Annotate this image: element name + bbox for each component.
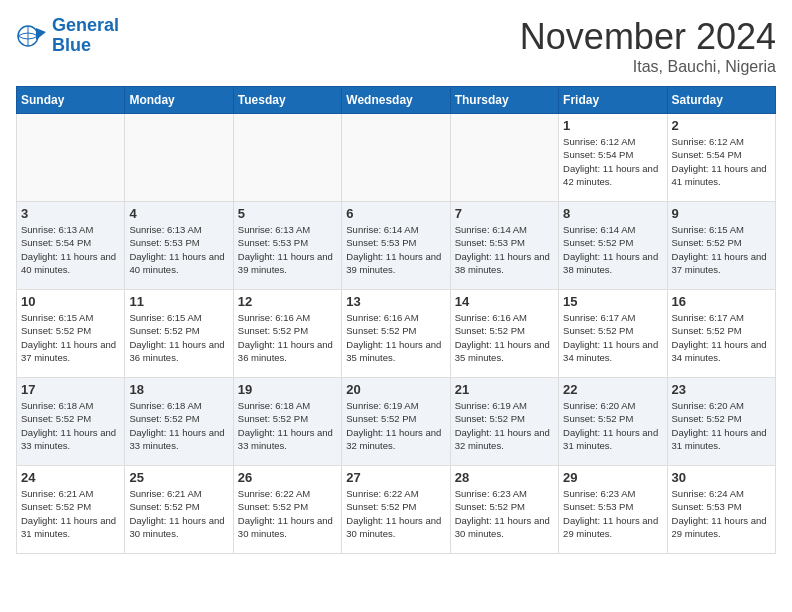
calendar-cell: 21Sunrise: 6:19 AM Sunset: 5:52 PM Dayli… bbox=[450, 378, 558, 466]
week-row-1: 1Sunrise: 6:12 AM Sunset: 5:54 PM Daylig… bbox=[17, 114, 776, 202]
day-info: Sunrise: 6:20 AM Sunset: 5:52 PM Dayligh… bbox=[563, 399, 662, 452]
calendar-cell: 27Sunrise: 6:22 AM Sunset: 5:52 PM Dayli… bbox=[342, 466, 450, 554]
day-number: 1 bbox=[563, 118, 662, 133]
calendar-cell: 1Sunrise: 6:12 AM Sunset: 5:54 PM Daylig… bbox=[559, 114, 667, 202]
day-info: Sunrise: 6:21 AM Sunset: 5:52 PM Dayligh… bbox=[21, 487, 120, 540]
calendar-cell: 10Sunrise: 6:15 AM Sunset: 5:52 PM Dayli… bbox=[17, 290, 125, 378]
day-number: 3 bbox=[21, 206, 120, 221]
location: Itas, Bauchi, Nigeria bbox=[520, 58, 776, 76]
calendar-cell: 13Sunrise: 6:16 AM Sunset: 5:52 PM Dayli… bbox=[342, 290, 450, 378]
calendar-cell: 12Sunrise: 6:16 AM Sunset: 5:52 PM Dayli… bbox=[233, 290, 341, 378]
day-number: 9 bbox=[672, 206, 771, 221]
day-info: Sunrise: 6:13 AM Sunset: 5:54 PM Dayligh… bbox=[21, 223, 120, 276]
day-number: 13 bbox=[346, 294, 445, 309]
day-info: Sunrise: 6:17 AM Sunset: 5:52 PM Dayligh… bbox=[672, 311, 771, 364]
calendar-cell: 30Sunrise: 6:24 AM Sunset: 5:53 PM Dayli… bbox=[667, 466, 775, 554]
day-number: 19 bbox=[238, 382, 337, 397]
day-number: 29 bbox=[563, 470, 662, 485]
day-number: 22 bbox=[563, 382, 662, 397]
calendar: SundayMondayTuesdayWednesdayThursdayFrid… bbox=[16, 86, 776, 554]
calendar-cell: 16Sunrise: 6:17 AM Sunset: 5:52 PM Dayli… bbox=[667, 290, 775, 378]
page-header: General Blue November 2024 Itas, Bauchi,… bbox=[16, 16, 776, 76]
day-info: Sunrise: 6:22 AM Sunset: 5:52 PM Dayligh… bbox=[238, 487, 337, 540]
week-row-2: 3Sunrise: 6:13 AM Sunset: 5:54 PM Daylig… bbox=[17, 202, 776, 290]
day-info: Sunrise: 6:21 AM Sunset: 5:52 PM Dayligh… bbox=[129, 487, 228, 540]
header-saturday: Saturday bbox=[667, 87, 775, 114]
day-info: Sunrise: 6:14 AM Sunset: 5:53 PM Dayligh… bbox=[455, 223, 554, 276]
day-number: 30 bbox=[672, 470, 771, 485]
calendar-cell: 14Sunrise: 6:16 AM Sunset: 5:52 PM Dayli… bbox=[450, 290, 558, 378]
day-number: 21 bbox=[455, 382, 554, 397]
day-info: Sunrise: 6:16 AM Sunset: 5:52 PM Dayligh… bbox=[455, 311, 554, 364]
calendar-cell: 20Sunrise: 6:19 AM Sunset: 5:52 PM Dayli… bbox=[342, 378, 450, 466]
calendar-cell bbox=[233, 114, 341, 202]
title-block: November 2024 Itas, Bauchi, Nigeria bbox=[520, 16, 776, 76]
day-number: 11 bbox=[129, 294, 228, 309]
day-number: 2 bbox=[672, 118, 771, 133]
day-number: 18 bbox=[129, 382, 228, 397]
day-number: 4 bbox=[129, 206, 228, 221]
calendar-cell: 26Sunrise: 6:22 AM Sunset: 5:52 PM Dayli… bbox=[233, 466, 341, 554]
logo-icon bbox=[16, 22, 48, 50]
day-number: 15 bbox=[563, 294, 662, 309]
day-info: Sunrise: 6:18 AM Sunset: 5:52 PM Dayligh… bbox=[21, 399, 120, 452]
calendar-cell: 4Sunrise: 6:13 AM Sunset: 5:53 PM Daylig… bbox=[125, 202, 233, 290]
day-info: Sunrise: 6:22 AM Sunset: 5:52 PM Dayligh… bbox=[346, 487, 445, 540]
day-info: Sunrise: 6:18 AM Sunset: 5:52 PM Dayligh… bbox=[238, 399, 337, 452]
calendar-cell: 22Sunrise: 6:20 AM Sunset: 5:52 PM Dayli… bbox=[559, 378, 667, 466]
calendar-cell: 28Sunrise: 6:23 AM Sunset: 5:52 PM Dayli… bbox=[450, 466, 558, 554]
day-number: 6 bbox=[346, 206, 445, 221]
day-number: 20 bbox=[346, 382, 445, 397]
week-row-4: 17Sunrise: 6:18 AM Sunset: 5:52 PM Dayli… bbox=[17, 378, 776, 466]
day-number: 27 bbox=[346, 470, 445, 485]
calendar-cell: 18Sunrise: 6:18 AM Sunset: 5:52 PM Dayli… bbox=[125, 378, 233, 466]
day-info: Sunrise: 6:23 AM Sunset: 5:53 PM Dayligh… bbox=[563, 487, 662, 540]
week-row-5: 24Sunrise: 6:21 AM Sunset: 5:52 PM Dayli… bbox=[17, 466, 776, 554]
header-wednesday: Wednesday bbox=[342, 87, 450, 114]
header-thursday: Thursday bbox=[450, 87, 558, 114]
day-info: Sunrise: 6:14 AM Sunset: 5:53 PM Dayligh… bbox=[346, 223, 445, 276]
calendar-cell: 11Sunrise: 6:15 AM Sunset: 5:52 PM Dayli… bbox=[125, 290, 233, 378]
calendar-cell: 29Sunrise: 6:23 AM Sunset: 5:53 PM Dayli… bbox=[559, 466, 667, 554]
day-info: Sunrise: 6:13 AM Sunset: 5:53 PM Dayligh… bbox=[129, 223, 228, 276]
day-number: 28 bbox=[455, 470, 554, 485]
day-info: Sunrise: 6:13 AM Sunset: 5:53 PM Dayligh… bbox=[238, 223, 337, 276]
day-number: 14 bbox=[455, 294, 554, 309]
day-number: 8 bbox=[563, 206, 662, 221]
day-info: Sunrise: 6:18 AM Sunset: 5:52 PM Dayligh… bbox=[129, 399, 228, 452]
calendar-cell: 8Sunrise: 6:14 AM Sunset: 5:52 PM Daylig… bbox=[559, 202, 667, 290]
calendar-cell: 7Sunrise: 6:14 AM Sunset: 5:53 PM Daylig… bbox=[450, 202, 558, 290]
calendar-header-row: SundayMondayTuesdayWednesdayThursdayFrid… bbox=[17, 87, 776, 114]
day-number: 25 bbox=[129, 470, 228, 485]
day-number: 16 bbox=[672, 294, 771, 309]
day-info: Sunrise: 6:15 AM Sunset: 5:52 PM Dayligh… bbox=[129, 311, 228, 364]
week-row-3: 10Sunrise: 6:15 AM Sunset: 5:52 PM Dayli… bbox=[17, 290, 776, 378]
calendar-cell: 25Sunrise: 6:21 AM Sunset: 5:52 PM Dayli… bbox=[125, 466, 233, 554]
header-friday: Friday bbox=[559, 87, 667, 114]
day-info: Sunrise: 6:23 AM Sunset: 5:52 PM Dayligh… bbox=[455, 487, 554, 540]
calendar-cell: 24Sunrise: 6:21 AM Sunset: 5:52 PM Dayli… bbox=[17, 466, 125, 554]
calendar-cell: 9Sunrise: 6:15 AM Sunset: 5:52 PM Daylig… bbox=[667, 202, 775, 290]
day-number: 24 bbox=[21, 470, 120, 485]
day-info: Sunrise: 6:15 AM Sunset: 5:52 PM Dayligh… bbox=[672, 223, 771, 276]
calendar-cell: 5Sunrise: 6:13 AM Sunset: 5:53 PM Daylig… bbox=[233, 202, 341, 290]
calendar-cell bbox=[450, 114, 558, 202]
day-info: Sunrise: 6:17 AM Sunset: 5:52 PM Dayligh… bbox=[563, 311, 662, 364]
day-info: Sunrise: 6:16 AM Sunset: 5:52 PM Dayligh… bbox=[346, 311, 445, 364]
day-info: Sunrise: 6:14 AM Sunset: 5:52 PM Dayligh… bbox=[563, 223, 662, 276]
calendar-cell bbox=[17, 114, 125, 202]
calendar-cell: 2Sunrise: 6:12 AM Sunset: 5:54 PM Daylig… bbox=[667, 114, 775, 202]
header-monday: Monday bbox=[125, 87, 233, 114]
day-info: Sunrise: 6:12 AM Sunset: 5:54 PM Dayligh… bbox=[563, 135, 662, 188]
day-number: 10 bbox=[21, 294, 120, 309]
day-number: 5 bbox=[238, 206, 337, 221]
day-info: Sunrise: 6:19 AM Sunset: 5:52 PM Dayligh… bbox=[455, 399, 554, 452]
day-info: Sunrise: 6:24 AM Sunset: 5:53 PM Dayligh… bbox=[672, 487, 771, 540]
month-title: November 2024 bbox=[520, 16, 776, 58]
calendar-cell: 23Sunrise: 6:20 AM Sunset: 5:52 PM Dayli… bbox=[667, 378, 775, 466]
logo-text: General Blue bbox=[52, 16, 119, 56]
day-number: 17 bbox=[21, 382, 120, 397]
day-number: 26 bbox=[238, 470, 337, 485]
calendar-cell: 6Sunrise: 6:14 AM Sunset: 5:53 PM Daylig… bbox=[342, 202, 450, 290]
calendar-cell: 3Sunrise: 6:13 AM Sunset: 5:54 PM Daylig… bbox=[17, 202, 125, 290]
